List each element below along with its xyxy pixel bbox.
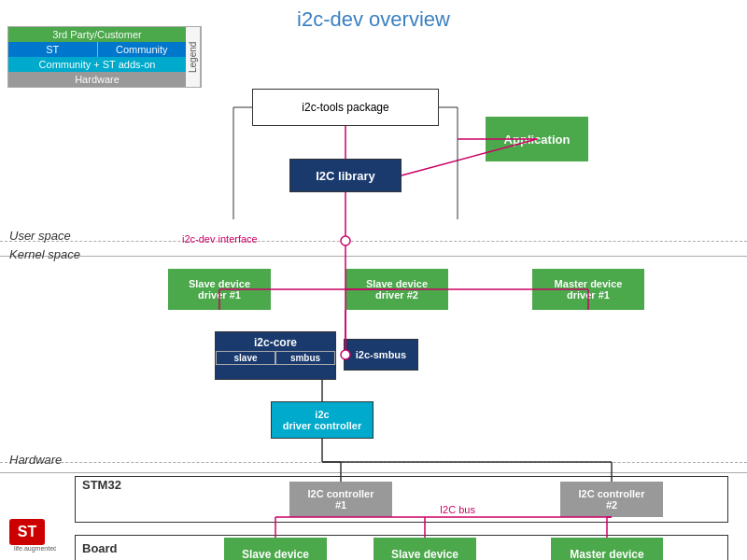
i2cdev-label: i2c-dev interface	[182, 233, 258, 245]
svg-text:life.augmented: life.augmented	[14, 545, 56, 553]
diagram: User space Kernel space i2c-dev interfac…	[0, 37, 747, 560]
kernelspace-label: Kernel space	[9, 247, 80, 261]
svg-text:ST: ST	[18, 524, 37, 539]
i2c-ctrl1-box: I2C controller#1	[289, 482, 392, 517]
slave-driver1-box: Slave devicedriver #1	[168, 269, 271, 310]
hardware-line2	[0, 472, 747, 473]
board-slave1-box: Slave device#1	[224, 538, 327, 560]
hardware-line1	[0, 462, 747, 463]
i2ccore-smbus: smbus	[275, 351, 335, 365]
application-box: Application	[486, 117, 588, 161]
hardware-label: Hardware	[9, 453, 62, 467]
i2c-smbus-box: i2c-smbus	[344, 339, 418, 371]
userspace-line	[0, 241, 747, 242]
i2ccore-slave: slave	[216, 351, 275, 365]
i2c-core-box: i2c-core slave smbus	[215, 331, 336, 380]
userspace-label: User space	[9, 229, 71, 243]
board-slave2-box: Slave device#2	[374, 538, 476, 560]
board-label: Board	[82, 541, 118, 555]
slave-driver2-box: Slave devicedriver #2	[345, 269, 448, 310]
i2c-driver-box: i2cdriver controller	[271, 401, 374, 439]
i2c-library-box: I2C library	[289, 159, 402, 192]
board-master1-box: Master device#1	[551, 538, 663, 560]
stm32-label: STM32	[82, 478, 121, 492]
master-driver1-box: Master devicedriver #1	[532, 269, 644, 310]
i2c-tools-box: i2c-tools package	[252, 89, 439, 126]
kernelspace-line	[0, 256, 747, 257]
i2c-ctrl2-box: I2C controller#2	[560, 482, 663, 517]
st-logo: ST life.augmented	[9, 515, 56, 553]
i2ccore-label: i2c-core	[254, 336, 297, 349]
